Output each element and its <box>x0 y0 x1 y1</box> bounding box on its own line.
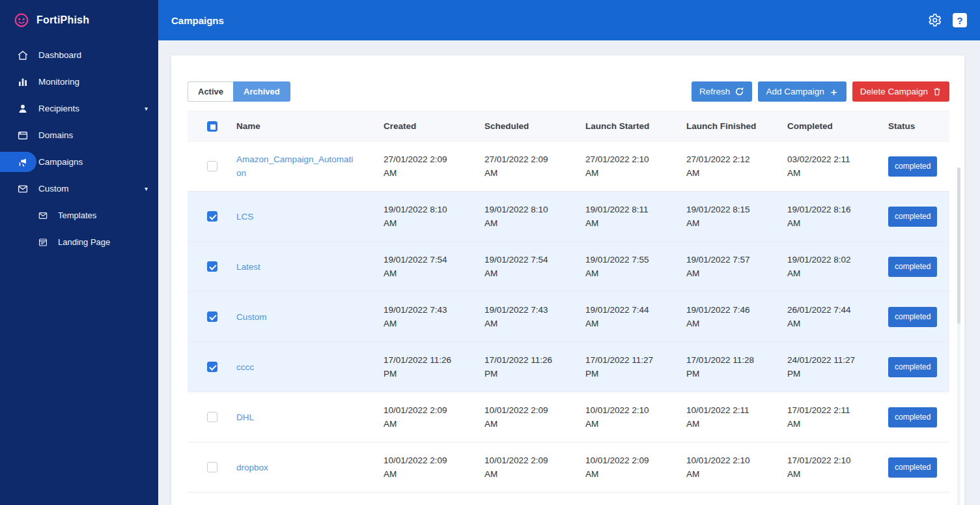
sidebar-nav: Dashboard Monitoring Recipients ▾ <box>0 40 158 255</box>
created-cell: 19/01/2022 7:43 AM <box>384 303 484 330</box>
delete-campaign-label: Delete Campaign <box>860 87 928 96</box>
status-badge: completed <box>888 307 937 327</box>
column-header-status[interactable]: Status <box>888 119 949 133</box>
envelope-icon <box>17 183 29 195</box>
scheduled-cell: 17/01/2022 11:26 PM <box>484 353 585 381</box>
launch-finished-cell: 19/01/2022 7:46 AM <box>686 303 787 330</box>
row-checkbox[interactable] <box>207 462 217 472</box>
add-campaign-label: Add Campaign <box>766 87 824 96</box>
sidebar-item-campaigns[interactable]: Campaigns <box>0 149 158 175</box>
completed-cell: 19/01/2022 8:16 AM <box>787 203 888 230</box>
completed-cell: 26/01/2022 7:44 AM <box>787 303 888 330</box>
refresh-button[interactable]: Refresh <box>692 81 752 102</box>
plus-icon: ＋ <box>829 87 839 96</box>
table-scrollbar[interactable] <box>957 167 960 505</box>
user-icon <box>17 103 29 115</box>
delete-campaign-button[interactable]: Delete Campaign <box>852 81 949 102</box>
sidebar-item-templates[interactable]: Templates <box>0 202 158 229</box>
table-body: Amazon_Campaign_Automation 27/01/2022 2:… <box>188 141 949 493</box>
brand[interactable]: FortiPhish <box>0 0 158 40</box>
brand-name: FortiPhish <box>36 14 89 26</box>
sidebar-item-label: Dashboard <box>38 50 81 60</box>
sidebar-item-monitoring[interactable]: Monitoring <box>0 68 158 95</box>
launch-finished-cell: 10/01/2022 2:10 AM <box>686 454 787 481</box>
row-checkbox[interactable] <box>207 211 217 222</box>
column-header-created[interactable]: Created <box>384 119 484 133</box>
page-title: Campaigns <box>171 15 224 26</box>
scrollbar-thumb[interactable] <box>957 167 960 324</box>
toolbar-buttons: Refresh Add Campaign ＋ <box>692 81 949 102</box>
sidebar-item-label: Recipients <box>38 104 79 113</box>
page-icon <box>38 237 48 248</box>
launch-started-cell: 27/01/2022 2:10 AM <box>585 152 686 180</box>
launch-started-cell: 10/01/2022 2:10 AM <box>585 403 686 431</box>
launch-started-cell: 10/01/2022 2:09 AM <box>585 454 686 481</box>
scheduled-cell: 19/01/2022 7:54 AM <box>484 253 585 280</box>
sidebar-item-label: Campaigns <box>38 157 83 167</box>
launch-finished-cell: 19/01/2022 8:15 AM <box>686 203 787 230</box>
row-checkbox[interactable] <box>207 261 217 272</box>
status-badge: completed <box>888 207 937 227</box>
launch-finished-cell: 17/01/2022 11:28 PM <box>686 353 787 381</box>
created-cell: 10/01/2022 2:09 AM <box>384 454 484 481</box>
add-campaign-button[interactable]: Add Campaign ＋ <box>758 81 846 102</box>
browser-icon <box>17 130 29 141</box>
column-header-scheduled[interactable]: Scheduled <box>484 119 585 133</box>
select-all-checkbox[interactable] <box>207 121 217 132</box>
campaign-name-link[interactable]: DHL <box>236 412 254 422</box>
completed-cell: 19/01/2022 8:02 AM <box>787 253 888 280</box>
sidebar-item-domains[interactable]: Domains <box>0 122 158 149</box>
sidebar-item-label: Templates <box>58 210 96 220</box>
campaign-name-link[interactable]: Amazon_Campaign_Automation <box>236 154 353 178</box>
card-toolbar: Active Archived Refresh <box>188 81 949 102</box>
table-row: LCS 19/01/2022 8:10 AM 19/01/2022 8:10 A… <box>188 192 949 242</box>
tab-archived[interactable]: Archived <box>233 81 290 102</box>
row-checkbox[interactable] <box>207 161 217 171</box>
campaign-name-link[interactable]: Latest <box>236 262 260 272</box>
row-checkbox[interactable] <box>207 362 217 372</box>
campaign-name-link[interactable]: dropbox <box>236 463 268 472</box>
campaign-icon <box>17 156 29 168</box>
table-row: Latest 19/01/2022 7:54 AM 19/01/2022 7:5… <box>188 242 949 292</box>
launch-started-cell: 19/01/2022 7:55 AM <box>585 253 686 280</box>
sidebar: FortiPhish Dashboard Monitoring <box>0 0 158 505</box>
row-checkbox[interactable] <box>207 311 217 322</box>
status-badge: completed <box>888 457 937 478</box>
trash-icon <box>932 87 942 96</box>
row-checkbox[interactable] <box>207 412 217 422</box>
help-icon[interactable]: ? <box>953 13 967 27</box>
campaign-name-link[interactable]: cccc <box>236 362 254 372</box>
table-header: Name Created Scheduled Launch Started La… <box>188 111 949 141</box>
tab-active[interactable]: Active <box>188 81 233 102</box>
sidebar-item-dashboard[interactable]: Dashboard <box>0 42 158 68</box>
sidebar-item-label: Monitoring <box>38 77 79 87</box>
status-badge: completed <box>888 257 937 277</box>
column-header-launch-finished[interactable]: Launch Finished <box>686 119 787 133</box>
fortiphish-logo-icon <box>13 12 30 29</box>
column-header-launch-started[interactable]: Launch Started <box>585 119 686 133</box>
column-header-name[interactable]: Name <box>236 119 384 133</box>
column-header-completed[interactable]: Completed <box>787 119 888 133</box>
table-row: Custom 19/01/2022 7:43 AM 19/01/2022 7:4… <box>188 292 949 342</box>
campaign-name-link[interactable]: Custom <box>236 312 267 322</box>
campaign-name-link[interactable]: LCS <box>236 212 253 222</box>
scheduled-cell: 19/01/2022 7:43 AM <box>484 303 585 330</box>
chevron-down-icon: ▾ <box>145 105 148 112</box>
campaigns-card: Active Archived Refresh <box>171 55 964 505</box>
settings-gear-icon[interactable] <box>927 12 942 28</box>
main-area: Campaigns ? Active Archived <box>158 0 980 505</box>
sidebar-item-landing-page[interactable]: Landing Page <box>0 229 158 255</box>
sidebar-item-recipients[interactable]: Recipients ▾ <box>0 95 158 122</box>
scheduled-cell: 27/01/2022 2:09 AM <box>484 152 585 180</box>
topbar-actions: ? <box>927 12 967 28</box>
refresh-button-label: Refresh <box>699 87 730 96</box>
sidebar-item-label: Custom <box>38 184 69 194</box>
chevron-down-icon: ▾ <box>145 185 148 192</box>
scheduled-cell: 19/01/2022 8:10 AM <box>484 203 585 230</box>
created-cell: 10/01/2022 2:09 AM <box>384 403 484 431</box>
launch-started-cell: 19/01/2022 8:11 AM <box>585 203 686 230</box>
sidebar-item-custom[interactable]: Custom ▾ <box>0 175 158 202</box>
launch-started-cell: 19/01/2022 7:44 AM <box>585 303 686 330</box>
app-root: FortiPhish Dashboard Monitoring <box>0 0 980 505</box>
launch-finished-cell: 27/01/2022 2:12 AM <box>686 152 787 180</box>
